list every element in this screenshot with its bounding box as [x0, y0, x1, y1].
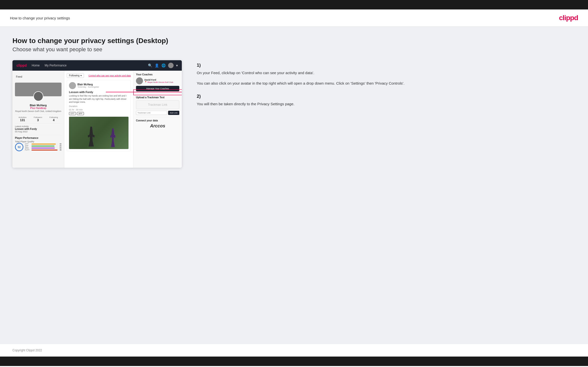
bar-app-label: APP: [25, 145, 30, 147]
feed-post: Blair McHarg Yesterday · Sunningdale Les…: [67, 80, 131, 151]
instructions-panel: 1) On your Feed, click/tap on 'Control w…: [192, 60, 576, 114]
golf-figure-1: [87, 127, 96, 147]
profile-stats: Activities 131 Followers 3 Following 4: [15, 114, 62, 124]
post-title: Lesson with Fordy: [69, 91, 129, 94]
bar-ott: OTT 90: [25, 143, 62, 145]
post-image: [69, 117, 129, 149]
coach-name: David Ford: [144, 79, 173, 81]
bar-app: APP 85: [25, 145, 62, 147]
stat-following-label: Following: [50, 116, 58, 118]
manage-coaches-button[interactable]: Manage Your Coaches: [136, 86, 179, 91]
app-nav-logo: clippd: [16, 63, 27, 67]
bar-app-fill: [31, 146, 55, 147]
instruction-1-number: 1): [197, 63, 576, 68]
search-icon[interactable]: 🔍: [148, 63, 152, 67]
profile-name: Blair McHarg: [15, 104, 62, 107]
feed-tab[interactable]: Feed: [12, 73, 64, 80]
stat-following: Following 4: [50, 116, 58, 122]
bar-arg: ARG 86: [25, 147, 62, 149]
stat-followers: Followers 3: [34, 116, 42, 122]
stat-following-value: 4: [50, 118, 58, 122]
latest-activity-label: Latest Activity: [15, 125, 62, 128]
page-title: How to change your privacy settings (Des…: [12, 37, 576, 45]
coaches-title: Your Coaches: [136, 73, 179, 76]
trackman-input-row: Add Link: [136, 111, 179, 115]
instruction-2-text: You will then be taken directly to the P…: [197, 101, 576, 107]
top-bar: [0, 0, 588, 9]
profile-handicap: Plus Handicap: [15, 107, 62, 109]
stat-followers-value: 3: [34, 118, 42, 122]
arccos-logo: Arccos: [136, 123, 179, 129]
coach-avatar: [136, 77, 143, 84]
bar-arg-value: 86: [60, 147, 62, 149]
post-tags: OTT APP: [69, 112, 129, 115]
page-breadcrumb: How to change your privacy settings: [10, 16, 70, 20]
bar-putt: PUTT 96: [25, 149, 62, 151]
stat-activities: Activities 131: [19, 116, 27, 122]
bar-putt-fill: [31, 150, 58, 151]
coaches-section: Your Coaches David Ford 📍 Royal North De…: [136, 73, 179, 91]
bar-putt-label: PUTT: [25, 149, 30, 151]
site-header: How to change your privacy settings clip…: [0, 9, 588, 27]
profile-avatar: [33, 91, 43, 101]
instruction-1-extra: You can also click on your avatar in the…: [197, 80, 576, 86]
add-link-button[interactable]: Add Link: [168, 111, 179, 115]
sidebar-profile: Blair McHarg Plus Handicap Royal North D…: [12, 80, 64, 154]
stat-activities-label: Activities: [19, 116, 27, 118]
stat-followers-label: Followers: [34, 116, 42, 118]
post-tag-app: APP: [77, 112, 84, 115]
stat-activities-value: 131: [19, 118, 27, 122]
following-button[interactable]: Following ▾: [67, 73, 84, 78]
trackman-input[interactable]: [136, 111, 167, 115]
post-meta: Yesterday · Sunningdale: [77, 86, 99, 88]
post-description: Looking to feel like my hands are exitin…: [69, 94, 129, 104]
bar-arg-track: [31, 148, 59, 149]
app-nav-home: Home: [32, 64, 40, 67]
trackman-placeholder: Trackman Link: [136, 100, 179, 109]
profile-club: Royal North Devon Golf Club, United King…: [15, 110, 62, 112]
globe-icon[interactable]: 🌐: [161, 63, 166, 67]
bar-app-track: [31, 146, 59, 147]
tpq-label: Total Player Quality: [15, 140, 62, 143]
stat-bars: OTT 90 APP: [25, 143, 62, 151]
post-author-avatar: [69, 82, 76, 89]
app-feed: Following ▾ Control who can see your act…: [64, 71, 133, 168]
latest-activity-date: 03 Aug 2022: [15, 130, 62, 133]
person-icon[interactable]: 👤: [155, 63, 159, 67]
golf-figure-2: [109, 128, 117, 147]
profile-banner: [15, 83, 62, 96]
player-performance: Player Performance Total Player Quality …: [15, 135, 62, 151]
post-duration-label: Duration: [69, 105, 129, 107]
instruction-1: 1) On your Feed, click/tap on 'Control w…: [197, 63, 576, 86]
pin-icon: 📍: [144, 81, 147, 83]
instruction-2: 2) You will then be taken directly to th…: [197, 94, 576, 107]
app-right-panel: Your Coaches David Ford 📍 Royal North De…: [133, 71, 182, 168]
connect-section: Connect your data Arccos: [136, 117, 179, 129]
annotation-container: Your Coaches David Ford 📍 Royal North De…: [136, 73, 179, 129]
page-subtitle: Choose what you want people to see: [12, 46, 576, 53]
user-avatar[interactable]: [168, 63, 174, 68]
control-privacy-link[interactable]: Control who can see your activity and da…: [88, 74, 131, 77]
instruction-1-text: On your Feed, click/tap on 'Control who …: [197, 70, 576, 76]
connect-title: Connect your data: [136, 119, 179, 122]
post-tag-ott: OTT: [69, 112, 76, 115]
bar-ott-value: 90: [60, 143, 62, 145]
latest-activity-name: Lesson with Fordy: [15, 128, 62, 130]
coach-club: 📍 Royal North Devon Golf Club: [144, 81, 173, 83]
post-author-info: Blair McHarg Yesterday · Sunningdale: [77, 83, 99, 88]
bar-putt-track: [31, 150, 59, 151]
clippd-logo: clippd: [559, 14, 578, 22]
chevron-down-icon: ▾: [176, 63, 178, 67]
main-content: How to change your privacy settings (Des…: [0, 27, 588, 344]
app-sidebar: Feed Blair McHarg Plus Handicap Royal No…: [12, 71, 64, 168]
bar-ott-track: [31, 144, 59, 145]
tpq-score: 92: [15, 143, 23, 151]
following-chevron: ▾: [80, 74, 82, 77]
app-nav-performance: My Performance: [45, 64, 66, 67]
app-nav-icons: 🔍 👤 🌐 ▾: [148, 63, 178, 68]
coach-info: David Ford 📍 Royal North Devon Golf Club: [144, 79, 173, 83]
bar-arg-label: ARG: [25, 147, 30, 149]
feed-header: Following ▾ Control who can see your act…: [67, 73, 131, 78]
following-label: Following: [69, 74, 79, 77]
bar-ott-fill: [31, 144, 56, 145]
